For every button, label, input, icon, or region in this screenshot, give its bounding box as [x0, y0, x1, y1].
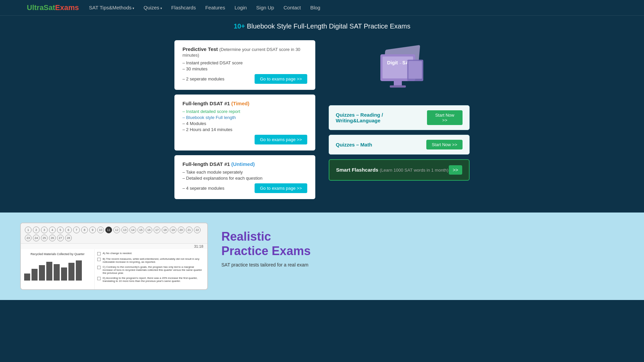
device-illustration: Digit → SAT: [372, 44, 426, 97]
exam-timer: 31:18: [21, 244, 207, 249]
exam-number-circle[interactable]: 2: [33, 227, 40, 233]
exam-number-circle[interactable]: 14: [129, 227, 136, 233]
nav-item-blog[interactable]: Blog: [310, 5, 320, 11]
nav-item-quizes[interactable]: Quizes: [144, 5, 162, 11]
full-timed-title: Full-length DSAT #1 (Timed): [182, 101, 307, 106]
predictive-btn[interactable]: Go to exams page >>: [255, 74, 307, 84]
exam-number-circle[interactable]: 17: [154, 227, 160, 233]
exam-number-circle[interactable]: 27: [57, 235, 64, 241]
nav-link-quizes[interactable]: Quizes: [144, 5, 162, 10]
q-checkbox: [97, 266, 101, 269]
list-item: – Detailed explanations for each questio…: [182, 176, 307, 181]
nav-item-tips[interactable]: SAT Tips&Methods: [89, 5, 134, 11]
flashcard-btn[interactable]: >>: [449, 165, 462, 175]
exam-number-circle[interactable]: 5: [57, 227, 64, 233]
exam-numbers: 1234567891011121314151617181920212223242…: [21, 223, 207, 244]
full-untimed-title-text: Full-length DSAT #1: [182, 161, 230, 167]
flashcard-card: Smart Flashcards (Learn 1000 SAT words i…: [329, 159, 470, 181]
exam-number-circle[interactable]: 21: [186, 227, 193, 233]
quiz-reading-btn[interactable]: Start Now >>: [427, 110, 463, 125]
lower-heading-line2: Practice Exams: [221, 244, 311, 258]
exam-number-circle[interactable]: 11: [105, 227, 112, 233]
list-item: – Instant detailed score report: [182, 109, 307, 114]
exam-number-circle[interactable]: 4: [49, 227, 56, 233]
nav-link-flashcards[interactable]: Flashcards: [171, 5, 196, 10]
list-item: – Bluebook style Full length: [182, 115, 307, 120]
nav-links: SAT Tips&Methods Quizes Flashcards Featu…: [89, 5, 320, 11]
flashcard-title: Smart Flashcards (Learn 1000 SAT words i…: [336, 167, 448, 173]
exam-number-circle[interactable]: 10: [97, 227, 104, 233]
nav-item-flashcards[interactable]: Flashcards: [171, 5, 196, 11]
lower-section: 1234567891011121314151617181920212223242…: [0, 213, 644, 300]
exam-number-circle[interactable]: 25: [41, 235, 48, 241]
exam-number-circle[interactable]: 8: [81, 227, 88, 233]
flashcard-title-text: Smart Flashcards: [336, 167, 378, 173]
exam-number-circle[interactable]: 7: [73, 227, 80, 233]
nav-link-contact[interactable]: Contact: [283, 5, 301, 10]
exam-number-circle[interactable]: 28: [65, 235, 72, 241]
q-text: A) No change is needed.: [103, 252, 132, 255]
hero-title: 10+ Bluebook Style Full-Length Digital S…: [0, 22, 644, 30]
svg-text:→: →: [398, 61, 402, 65]
list-item: – 30 minutes: [182, 66, 307, 71]
quiz-reading-card: Quizzes – Reading / Writing&Language Sta…: [329, 105, 470, 130]
exam-number-circle[interactable]: 1: [25, 227, 32, 233]
full-untimed-card: Full-length DSAT #1 (Untimed) – Take eac…: [174, 155, 315, 199]
exam-number-circle[interactable]: 20: [178, 227, 184, 233]
nav-item-login[interactable]: Login: [234, 5, 247, 11]
quiz-math-title: Quizzes – Math: [336, 142, 372, 147]
full-timed-btn[interactable]: Go to exams page >>: [255, 135, 307, 144]
quiz-math-card: Quizzes – Math Start Now >>: [329, 135, 470, 155]
exam-number-circle[interactable]: 15: [138, 227, 144, 233]
logo[interactable]: UltraSatExams: [27, 3, 79, 12]
nav-item-contact[interactable]: Contact: [283, 5, 301, 11]
exam-number-circle[interactable]: 16: [146, 227, 152, 233]
nav-link-signup[interactable]: Sign Up: [256, 5, 274, 10]
hero-text: Bluebook Style Full-Length Digital SAT P…: [245, 22, 411, 30]
nav-link-login[interactable]: Login: [234, 5, 247, 10]
exam-number-circle[interactable]: 24: [33, 235, 40, 241]
q-text: D) According to the program's report, th…: [103, 277, 205, 283]
flashcard-info: Smart Flashcards (Learn 1000 SAT words i…: [336, 167, 448, 173]
exam-number-circle[interactable]: 3: [41, 227, 48, 233]
exam-number-circle[interactable]: 18: [162, 227, 168, 233]
svg-text:Digit: Digit: [387, 60, 398, 65]
nav-link-features[interactable]: Features: [205, 5, 225, 10]
full-timed-card: Full-length DSAT #1 (Timed) – Instant de…: [174, 95, 315, 150]
exam-number-circle[interactable]: 22: [194, 227, 201, 233]
exam-number-circle[interactable]: 6: [65, 227, 72, 233]
predictive-title-text: Predictive Test: [182, 46, 218, 52]
chart-title: Recycled Materials Collected by Quarter: [24, 252, 91, 256]
quiz-math-btn[interactable]: Start Now >>: [426, 140, 463, 149]
svg-rect-9: [409, 61, 422, 79]
device-image: Digit → SAT: [329, 40, 470, 101]
full-untimed-modules: – 4 seperate modules: [182, 186, 224, 191]
nav-item-signup[interactable]: Sign Up: [256, 5, 274, 11]
q-text: B) The recent measures, while well-inten…: [103, 257, 205, 263]
exam-number-circle[interactable]: 23: [25, 235, 32, 241]
full-untimed-btn[interactable]: Go to exams page >>: [255, 183, 307, 193]
main-section: Predictive Test (Determine your current …: [0, 34, 644, 213]
nav-link-blog[interactable]: Blog: [310, 5, 320, 10]
exam-number-circle[interactable]: 19: [170, 227, 176, 233]
q-item: C) Contrary to the community's goals, th…: [97, 265, 205, 275]
list-item: – Instant predicted DSAT score: [182, 60, 307, 65]
left-column: Predictive Test (Determine your current …: [174, 40, 315, 199]
exam-number-circle[interactable]: 12: [113, 227, 120, 233]
exam-number-circle[interactable]: 26: [49, 235, 56, 241]
nav-link-tips[interactable]: SAT Tips&Methods: [89, 5, 134, 10]
bar: [24, 274, 30, 281]
exam-questions: A) No change is needed. B) The recent me…: [95, 249, 207, 289]
quiz-reading-title: Quizzes – Reading / Writing&Language: [336, 112, 427, 123]
exam-number-circle[interactable]: 9: [89, 227, 96, 233]
hero-highlight: 10+: [234, 22, 245, 30]
exam-preview: 1234567891011121314151617181920212223242…: [20, 223, 208, 290]
bar-chart: [24, 257, 91, 281]
predictive-list: – Instant predicted DSAT score – 30 minu…: [182, 60, 307, 71]
full-timed-badge: (Timed): [231, 101, 250, 106]
right-column: Digit → SAT Quizzes – Reading / Writing&…: [329, 40, 470, 199]
q-checkbox: [97, 252, 101, 255]
exam-number-circle[interactable]: 13: [121, 227, 128, 233]
bar: [68, 263, 74, 281]
nav-item-features[interactable]: Features: [205, 5, 225, 11]
